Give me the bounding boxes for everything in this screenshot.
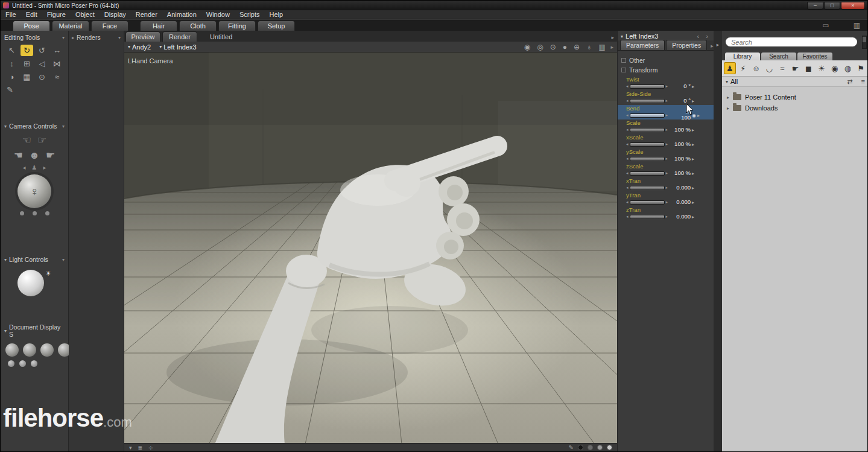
orbit-figure-icon[interactable]: ♁ [586, 43, 592, 51]
camera-dot[interactable] [20, 211, 24, 215]
tab-pose[interactable]: Pose [13, 21, 50, 31]
rotate-tool[interactable]: ↻ [21, 45, 33, 56]
menu-figure[interactable]: Figure [42, 11, 71, 18]
light-indicator-icon[interactable]: ☀ [45, 270, 51, 278]
display-style-ball[interactable] [23, 343, 36, 357]
expand-triangle-icon[interactable]: ▸ [727, 95, 729, 100]
dial-decrement-arrow[interactable]: ◂ [626, 185, 629, 191]
scale-tool[interactable]: ⊞ [21, 58, 33, 69]
posing-camera-icon[interactable]: ☛ [46, 149, 55, 162]
camera-prev-icon[interactable]: ◂ [22, 164, 25, 171]
tab-search[interactable]: Search [761, 53, 796, 60]
right-hand-camera-icon[interactable]: ☞ [37, 134, 46, 147]
dial-increment-arrow[interactable]: ▸ [666, 83, 668, 89]
translate-inout-tool[interactable]: ↕ [5, 58, 18, 69]
library-sync-icon[interactable]: ⇄ [847, 78, 852, 86]
chevron-down-icon[interactable]: ▾ [726, 79, 728, 84]
figure-camera-icon[interactable]: ♟ [32, 164, 37, 171]
panel-scroll-icon[interactable]: ▾ [62, 257, 65, 263]
actor-selector[interactable]: ▾ Left Index3 [159, 43, 196, 51]
chevron-down-icon[interactable]: ▾ [621, 34, 623, 39]
library-options-icon[interactable]: ≡ [861, 78, 865, 86]
menu-help[interactable]: Help [265, 11, 288, 18]
dial-menu-arrow[interactable]: ▸ [692, 127, 694, 133]
keyframe-icon[interactable]: ◉ [692, 113, 696, 118]
viewport-3d-scene[interactable]: LHand Camera [124, 53, 617, 443]
actor-prev-next-arrows[interactable]: ‹ › [697, 33, 711, 40]
menu-window[interactable]: Window [201, 11, 235, 18]
dial-increment-arrow[interactable]: ▸ [666, 199, 668, 205]
tab-parameters[interactable]: Parameters [620, 40, 665, 50]
timeline-ticks-icon[interactable]: ≣ [138, 445, 143, 451]
section-other[interactable]: Other [618, 56, 714, 65]
menu-animation[interactable]: Animation [162, 11, 201, 18]
props-category-icon[interactable]: ◼ [802, 62, 814, 74]
aperture-icon[interactable]: ⊙ [550, 43, 556, 51]
library-scrollbar[interactable] [862, 36, 867, 49]
lights-category-icon[interactable]: ☀ [816, 62, 828, 74]
face-camera-icon[interactable]: ☻ [29, 150, 40, 162]
dial-decrement-arrow[interactable]: ◂ [626, 199, 629, 205]
actor-name[interactable]: Left Index3 [626, 33, 658, 40]
section-transform[interactable]: Transform [618, 65, 714, 75]
display-style-ball[interactable] [31, 360, 37, 367]
light-sphere[interactable] [17, 270, 44, 296]
style-dot-outline[interactable] [588, 445, 593, 450]
dial-menu-arrow[interactable]: ▸ [692, 156, 694, 162]
expressions-category-icon[interactable]: ☺ [750, 62, 762, 74]
panel-scroll-icon[interactable]: ▾ [62, 124, 65, 129]
morphing-tool[interactable]: ≈ [51, 71, 63, 83]
dial-decrement-arrow[interactable]: ◂ [626, 127, 629, 133]
camera-dot[interactable] [33, 211, 37, 215]
dial-value[interactable]: 0.000 [669, 185, 691, 191]
search-input[interactable] [726, 37, 857, 46]
hair-category-icon[interactable]: ≈ [776, 62, 788, 74]
camera-dot[interactable] [45, 211, 49, 215]
dial-decrement-arrow[interactable]: ◂ [626, 98, 629, 104]
maximize-button[interactable]: □ [824, 2, 840, 10]
memory-usage-icon[interactable]: ▥ [854, 21, 860, 30]
dial-value[interactable]: 0.000 [669, 199, 691, 205]
edit-style-icon[interactable]: ✎ [569, 444, 574, 451]
select-tool[interactable]: ↖ [5, 45, 18, 56]
dial-value[interactable]: 100 % [669, 170, 691, 176]
twist-tool[interactable]: ↺ [36, 45, 48, 56]
dial-value[interactable]: 0 ° [669, 98, 691, 104]
tab-setup[interactable]: Setup [258, 21, 295, 31]
panel-scroll-icon[interactable]: ▾ [62, 35, 65, 40]
dial-slider[interactable] [630, 157, 665, 161]
dial-increment-arrow[interactable]: ▸ [666, 112, 668, 118]
minimize-button[interactable]: – [807, 2, 823, 10]
dial-slider[interactable] [630, 99, 665, 103]
dial-slider[interactable] [630, 200, 665, 205]
dial-menu-arrow[interactable]: ▸ [692, 84, 694, 89]
dial-menu-arrow[interactable]: ▸ [692, 98, 694, 104]
tab-material[interactable]: Material [52, 21, 89, 31]
dial-decrement-arrow[interactable]: ◂ [626, 170, 629, 176]
left-hand-camera-icon[interactable]: ☜ [22, 134, 31, 147]
collapse-triangle-icon[interactable]: ▸ [72, 35, 74, 40]
dial-increment-arrow[interactable]: ▸ [666, 127, 668, 133]
dial-value[interactable]: 0 ° [669, 83, 691, 89]
materials-category-icon[interactable]: ◍ [842, 62, 854, 74]
dial-decrement-arrow[interactable]: ◂ [626, 141, 629, 147]
dial-menu-arrow[interactable]: ▸ [692, 171, 694, 176]
dial-slider[interactable] [630, 113, 665, 118]
collapse-triangle-icon[interactable]: ▾ [4, 257, 7, 263]
camera-icon[interactable]: ◉ [524, 43, 530, 51]
tab-preview[interactable]: Preview [125, 31, 160, 42]
dial-slider[interactable] [630, 215, 665, 219]
chain-break-tool[interactable]: ⋈ [51, 58, 63, 69]
dial-menu-arrow[interactable]: ▸ [692, 185, 694, 191]
dial-slider[interactable] [630, 128, 665, 132]
tab-hair[interactable]: Hair [140, 21, 177, 31]
tab-cloth[interactable]: Cloth [179, 21, 217, 31]
dial-decrement-arrow[interactable]: ◂ [626, 112, 629, 118]
collapse-triangle-icon[interactable]: ▾ [4, 328, 7, 334]
translate-pull-tool[interactable]: ↔ [51, 45, 63, 56]
dial-decrement-arrow[interactable]: ◂ [626, 214, 629, 220]
hands-category-icon[interactable]: ☛ [790, 62, 802, 74]
divider-expand-icon[interactable]: ▸ [714, 42, 722, 48]
scenes-category-icon[interactable]: ⚑ [855, 62, 867, 74]
dial-value[interactable]: 100 % [669, 127, 691, 133]
